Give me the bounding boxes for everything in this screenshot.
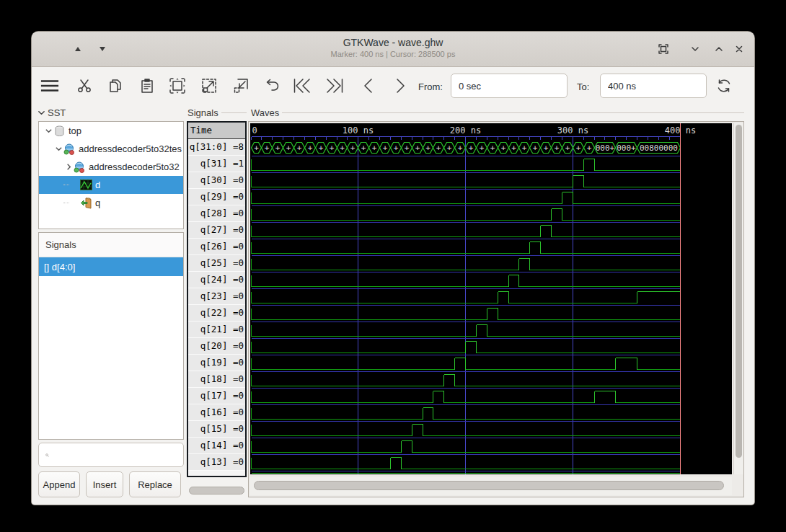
signal-row-q[18][interactable]: q[18] =0 [188, 371, 245, 388]
maximize-button[interactable] [712, 42, 726, 56]
signal-row-q[17][interactable]: q[17] =0 [188, 388, 245, 404]
svg-text:+: + [383, 143, 388, 153]
marker-cursor-status: Marker: 400 ns | Cursor: 288500 ps [32, 50, 754, 58]
copy-button[interactable] [106, 76, 125, 95]
signal-row-q[30][interactable]: q[30] =0 [188, 172, 245, 189]
signal-row-q[22][interactable]: q[22] =0 [188, 305, 245, 322]
from-input[interactable] [451, 74, 568, 98]
previous-edge-button[interactable] [359, 76, 378, 95]
screen: { "window": { "title": "GTKWave - wave.g… [0, 0, 786, 532]
shift-down-button[interactable] [95, 42, 110, 56]
zoom-shrink-icon [232, 77, 250, 94]
module-icon [74, 161, 86, 173]
signal-row-q[28][interactable]: q[28] =0 [188, 205, 245, 222]
svg-text:+: + [501, 143, 506, 153]
waves-hscrollbar-thumb[interactable] [254, 481, 724, 490]
tree-expander[interactable] [53, 144, 63, 154]
minimize-button[interactable] [688, 42, 702, 56]
signal-row-q[21][interactable]: q[21] =0 [188, 322, 245, 338]
signal-row-q[19][interactable]: q[19] =0 [188, 355, 245, 371]
signal-row-q[24][interactable]: q[24] =0 [188, 272, 245, 288]
sst-tree-item-addressdecoder5to32tes[interactable]: addressdecoder5to32tes [39, 140, 183, 158]
signals-frame-label-row: Signals [187, 107, 247, 118]
sst-tree-item-addressdecoder5to32[interactable]: addressdecoder5to32 [39, 158, 183, 176]
svg-text:000+: 000+ [617, 143, 636, 153]
triangle-down-icon [99, 46, 106, 52]
svg-text:+: + [587, 143, 592, 153]
shift-up-button[interactable] [71, 42, 85, 56]
close-icon [734, 44, 744, 54]
sst-pane-header[interactable]: SST [37, 107, 66, 118]
found-signals-list: [] d[4:0] [39, 257, 183, 276]
svg-text:+: + [555, 143, 560, 153]
fullscreen-button[interactable] [656, 42, 671, 56]
menu-button[interactable] [40, 76, 59, 95]
signal-row-q[16][interactable]: q[16] =0 [188, 404, 245, 421]
go-to-start-button[interactable] [293, 76, 312, 95]
signal-row-q[13][interactable]: q[13] =0 [188, 454, 245, 471]
tree-expander[interactable] [43, 126, 53, 136]
svg-text:000+: 000+ [596, 143, 615, 153]
svg-text:+: + [394, 143, 399, 153]
zoom-out-button[interactable] [231, 76, 250, 95]
zoom-fit-icon [169, 77, 186, 94]
from-label: From: [418, 81, 443, 92]
signal-row-q[23][interactable]: q[23] =0 [188, 288, 245, 305]
window-title: GTKWave - wave.ghw [32, 37, 754, 48]
zoom-fit-button[interactable] [168, 76, 187, 95]
undo-button[interactable] [262, 76, 281, 95]
replace-button[interactable]: Replace [129, 471, 181, 497]
signal-row-q[20][interactable]: q[20] =0 [188, 338, 245, 355]
svg-text:+: + [415, 143, 420, 153]
svg-text:00800000: 00800000 [640, 143, 678, 153]
signal-row-q[25][interactable]: q[25] =0 [188, 255, 245, 272]
signal-row-q[26][interactable]: q[26] =0 [188, 239, 245, 255]
tree-item-label: q [95, 198, 100, 208]
insert-button[interactable]: Insert [86, 471, 123, 497]
svg-text:+: + [544, 143, 549, 153]
expander-open-icon [55, 145, 63, 153]
svg-text:+: + [372, 143, 377, 153]
signal-row-q[14][interactable]: q[14] =0 [188, 438, 245, 454]
sst-tree-item-q[interactable]: q [39, 194, 183, 212]
waves-hscrollbar[interactable] [250, 477, 732, 495]
svg-text:+: + [275, 143, 281, 153]
signal-row-q[27][interactable]: q[27] =0 [188, 222, 245, 239]
waves-vscrollbar[interactable] [733, 123, 743, 474]
time-header[interactable]: Time [188, 123, 245, 139]
search-input[interactable] [53, 449, 183, 461]
found-signals-panel: Signals [] d[4:0] [38, 232, 184, 440]
cut-button[interactable] [75, 76, 94, 95]
svg-text:+: + [405, 143, 410, 153]
sst-tree-item-top[interactable]: top [39, 122, 183, 140]
waveform-canvas[interactable]: 0100 ns200 ns300 ns400 ns+++++++++++++++… [250, 123, 732, 474]
sst-tree-item-d[interactable]: d [39, 176, 183, 194]
signal-search-box[interactable] [38, 443, 184, 467]
signal-column-hscrollbar[interactable] [189, 487, 244, 495]
waves-frame-label: Waves [251, 107, 279, 118]
svg-text:+: + [522, 143, 527, 153]
titlebar-text: GTKWave - wave.ghw Marker: 400 ns | Curs… [32, 37, 754, 58]
svg-text:+: + [308, 143, 313, 153]
reload-button[interactable] [715, 76, 733, 95]
signal-row-q[31:0][interactable]: q[31:0] =8 [188, 139, 245, 156]
close-button[interactable] [732, 42, 746, 56]
go-to-end-button[interactable] [325, 76, 344, 95]
signal-row-q[15][interactable]: q[15] =0 [188, 421, 245, 438]
svg-text:0: 0 [252, 125, 257, 136]
next-edge-button[interactable] [391, 76, 410, 95]
skip-to-start-icon [293, 77, 312, 94]
tree-expander[interactable] [63, 162, 74, 172]
signal-row-q[29][interactable]: q[29] =0 [188, 189, 245, 205]
zoom-in-button[interactable] [200, 76, 218, 95]
found-signal-item[interactable]: [] d[4:0] [39, 257, 183, 276]
tree-item-label: top [69, 125, 81, 136]
paste-button[interactable] [138, 76, 156, 95]
waves-vscrollbar-thumb[interactable] [736, 125, 742, 458]
chevron-left-icon [361, 77, 376, 94]
append-button[interactable]: Append [38, 471, 80, 497]
scissors-icon [76, 78, 92, 94]
signal-row-q[31][interactable]: q[31] =1 [188, 156, 245, 172]
to-input[interactable] [600, 74, 707, 98]
signal-wave-icon [80, 179, 92, 190]
